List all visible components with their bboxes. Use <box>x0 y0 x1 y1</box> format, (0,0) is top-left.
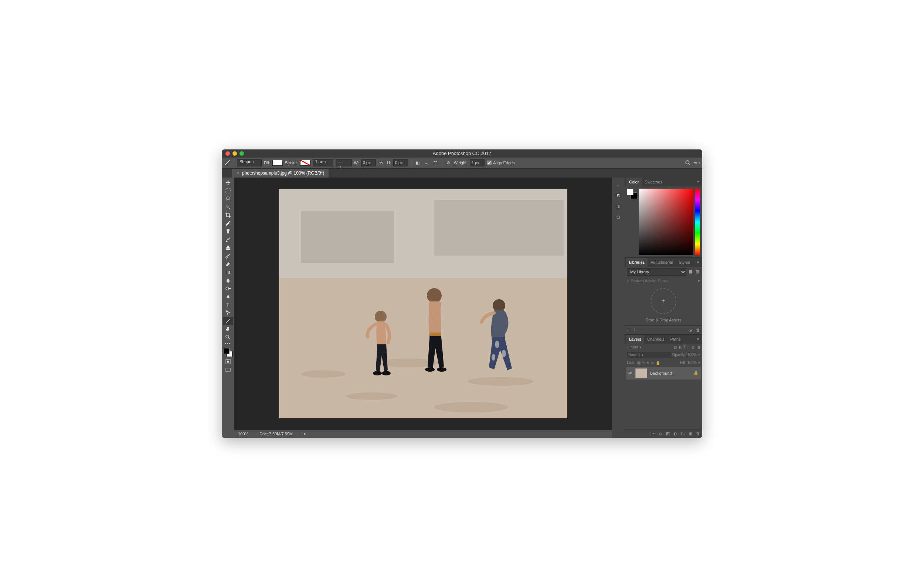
close-tab-icon[interactable]: × <box>236 170 239 176</box>
lock-image-icon[interactable]: ✎ <box>642 360 645 365</box>
library-drop-zone[interactable]: + Drag & Drop Assets <box>625 285 702 326</box>
line-tool[interactable] <box>223 317 233 325</box>
grid-view-icon[interactable]: ▦ <box>688 268 693 275</box>
lasso-tool[interactable] <box>223 195 233 203</box>
tab-libraries[interactable]: Libraries <box>626 258 648 267</box>
stamp-tool[interactable] <box>223 244 233 252</box>
trash-icon[interactable]: 🗑 <box>696 431 700 436</box>
path-align-icon[interactable]: ⫠ <box>423 159 430 166</box>
status-more-icon[interactable]: ▸ <box>304 431 306 436</box>
library-select[interactable]: My Library <box>627 268 686 276</box>
hue-slider[interactable] <box>695 189 700 255</box>
color-field[interactable] <box>639 189 693 255</box>
healing-tool[interactable] <box>223 228 233 236</box>
hand-tool[interactable] <box>223 325 233 333</box>
panel-menu-icon[interactable]: ≡ <box>696 260 701 265</box>
library-search-input[interactable] <box>631 278 696 283</box>
new-layer-icon[interactable]: ▣ <box>688 431 692 436</box>
add-content-icon[interactable]: + <box>627 328 629 332</box>
eyedropper-tool[interactable] <box>223 219 233 228</box>
blur-tool[interactable] <box>223 276 233 284</box>
stroke-width-select[interactable]: 1 px <box>313 159 333 167</box>
edit-toolbar[interactable]: ••• <box>223 341 233 346</box>
search-icon[interactable] <box>685 159 691 166</box>
path-select-tool[interactable] <box>223 309 233 317</box>
lock-transparency-icon[interactable]: ▩ <box>637 360 640 365</box>
zoom-tool[interactable] <box>223 333 233 341</box>
chevron-down-icon[interactable]: ▾ <box>698 278 700 283</box>
marquee-tool[interactable] <box>223 187 233 195</box>
brush-tool[interactable] <box>223 236 233 244</box>
3d-panel-icon[interactable]: ⬡ <box>615 214 622 221</box>
type-tool[interactable]: T <box>223 301 233 309</box>
group-icon[interactable]: 🗀 <box>681 431 685 436</box>
line-tool-icon[interactable] <box>224 159 231 166</box>
opacity-value[interactable]: 100% <box>687 353 700 357</box>
minimize-button[interactable] <box>233 151 237 156</box>
fill-value[interactable]: 100% <box>687 360 700 365</box>
dodge-tool[interactable] <box>223 284 233 293</box>
path-arrange-icon[interactable]: ☷ <box>432 159 439 166</box>
width-input[interactable] <box>361 159 376 167</box>
blend-mode-select[interactable]: Normal <box>627 352 671 358</box>
tab-styles[interactable]: Styles <box>676 258 693 267</box>
mask-icon[interactable]: ◩ <box>666 431 670 436</box>
tab-channels[interactable]: Channels <box>644 335 667 344</box>
color-swatches[interactable] <box>223 347 233 358</box>
eraser-tool[interactable] <box>223 260 233 268</box>
properties-panel-icon[interactable]: ◫ <box>615 203 622 210</box>
panel-color-swatches[interactable] <box>627 189 637 199</box>
history-brush-tool[interactable] <box>223 252 233 260</box>
lock-position-icon[interactable]: ✥ <box>647 360 649 365</box>
crop-tool[interactable] <box>223 211 233 219</box>
list-view-icon[interactable]: ▤ <box>695 268 700 275</box>
library-search[interactable]: ⌕ ▾ <box>625 277 702 285</box>
layer-name[interactable]: Background <box>650 371 672 375</box>
tab-adjustments[interactable]: Adjustments <box>648 258 676 267</box>
document-tab[interactable]: × photoshopsample3.jpg @ 100% (RGB/8*) <box>232 169 329 177</box>
close-button[interactable] <box>226 151 230 156</box>
filter-shape-icon[interactable]: ▭ <box>687 345 690 349</box>
fill-swatch[interactable] <box>272 160 283 166</box>
workspace-switcher-icon[interactable]: ▭ <box>693 159 700 166</box>
stroke-style-select[interactable]: — <box>336 159 352 167</box>
tool-mode-select[interactable]: Shape <box>237 159 262 167</box>
layer-thumbnail[interactable] <box>635 369 647 378</box>
lock-icon[interactable]: 🔒 <box>693 370 698 375</box>
zoom-level[interactable]: 100% <box>238 432 248 436</box>
trash-icon[interactable]: 🗑 <box>696 328 700 332</box>
panel-menu-icon[interactable]: ≡ <box>696 180 701 184</box>
link-layers-icon[interactable]: ⚯ <box>652 431 655 436</box>
fx-icon[interactable]: fx <box>659 431 662 436</box>
screenmode-tool[interactable] <box>223 366 233 374</box>
lock-all-icon[interactable]: 🔒 <box>656 360 660 365</box>
path-ops-icon[interactable]: ◧ <box>414 159 421 166</box>
align-edges-checkbox[interactable]: Align Edges <box>487 160 515 165</box>
gradient-tool[interactable] <box>223 268 233 276</box>
quick-select-tool[interactable] <box>223 203 233 211</box>
expand-dock-icon[interactable]: « <box>617 184 619 187</box>
tab-swatches[interactable]: Swatches <box>642 177 665 187</box>
height-input[interactable] <box>393 159 408 167</box>
tab-color[interactable]: Color <box>626 177 642 187</box>
quickmask-tool[interactable] <box>223 358 233 366</box>
canvas-viewport[interactable] <box>234 177 612 430</box>
layer-row[interactable]: 👁 Background 🔒 <box>626 367 701 380</box>
doc-info[interactable]: Doc: 7.59M/7.59M <box>259 432 293 436</box>
add-graphic-icon[interactable]: ⇪ <box>633 328 636 332</box>
filter-pixel-icon[interactable]: ▨ <box>674 345 677 349</box>
filter-adjust-icon[interactable]: ◐ <box>678 345 682 349</box>
panel-menu-icon[interactable]: ≡ <box>696 337 701 341</box>
adjustment-layer-icon[interactable]: ◐ <box>673 431 677 436</box>
filter-toggle-icon[interactable]: ◨ <box>697 345 700 349</box>
tab-layers[interactable]: Layers <box>626 335 644 344</box>
lock-artboard-icon[interactable]: ▭ <box>651 360 654 365</box>
maximize-button[interactable] <box>239 151 244 156</box>
stroke-swatch[interactable] <box>300 160 310 166</box>
filter-smart-icon[interactable]: ◫ <box>692 345 695 349</box>
filter-type-icon[interactable]: T <box>683 345 686 349</box>
pen-tool[interactable] <box>223 293 233 301</box>
weight-input[interactable] <box>470 159 485 167</box>
tab-paths[interactable]: Paths <box>668 335 684 344</box>
cc-sync-icon[interactable]: ◶ <box>688 328 692 332</box>
